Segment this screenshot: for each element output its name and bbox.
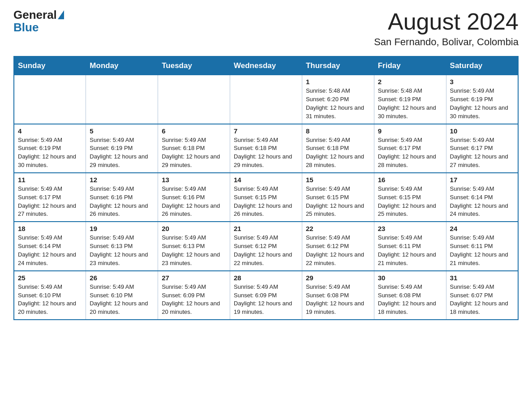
calendar-cell — [14, 75, 86, 124]
calendar-header-row: SundayMondayTuesdayWednesdayThursdayFrid… — [14, 56, 518, 75]
calendar-cell: 14Sunrise: 5:49 AMSunset: 6:15 PMDayligh… — [230, 173, 302, 222]
col-header-wednesday: Wednesday — [230, 56, 302, 75]
logo-general-text: General — [13, 9, 57, 21]
day-info: Sunrise: 5:49 AMSunset: 6:07 PMDaylight:… — [450, 283, 514, 317]
calendar-cell: 22Sunrise: 5:49 AMSunset: 6:12 PMDayligh… — [302, 222, 374, 270]
day-info: Sunrise: 5:49 AMSunset: 6:13 PMDaylight:… — [162, 234, 226, 267]
day-number: 28 — [234, 274, 298, 282]
calendar-cell: 18Sunrise: 5:49 AMSunset: 6:14 PMDayligh… — [14, 222, 86, 270]
calendar-cell: 30Sunrise: 5:49 AMSunset: 6:08 PMDayligh… — [374, 271, 446, 320]
calendar-cell: 4Sunrise: 5:49 AMSunset: 6:19 PMDaylight… — [14, 124, 86, 173]
calendar-cell: 24Sunrise: 5:49 AMSunset: 6:11 PMDayligh… — [446, 222, 518, 270]
day-info: Sunrise: 5:49 AMSunset: 6:11 PMDaylight:… — [450, 234, 514, 267]
day-number: 1 — [306, 78, 370, 86]
day-number: 7 — [234, 127, 298, 135]
location-title: San Fernando, Bolivar, Colombia — [374, 36, 519, 48]
day-info: Sunrise: 5:49 AMSunset: 6:15 PMDaylight:… — [234, 185, 298, 218]
day-info: Sunrise: 5:49 AMSunset: 6:17 PMDaylight:… — [18, 185, 82, 218]
calendar-cell: 8Sunrise: 5:49 AMSunset: 6:18 PMDaylight… — [302, 124, 374, 173]
day-info: Sunrise: 5:49 AMSunset: 6:12 PMDaylight:… — [306, 234, 370, 267]
day-number: 25 — [18, 274, 82, 282]
day-info: Sunrise: 5:49 AMSunset: 6:12 PMDaylight:… — [234, 234, 298, 267]
calendar-cell: 31Sunrise: 5:49 AMSunset: 6:07 PMDayligh… — [446, 271, 518, 320]
day-info: Sunrise: 5:49 AMSunset: 6:18 PMDaylight:… — [234, 136, 298, 170]
calendar-cell: 11Sunrise: 5:49 AMSunset: 6:17 PMDayligh… — [14, 173, 86, 222]
day-number: 22 — [306, 225, 370, 232]
day-number: 24 — [450, 225, 514, 232]
day-number: 13 — [162, 176, 226, 184]
day-info: Sunrise: 5:49 AMSunset: 6:14 PMDaylight:… — [450, 185, 514, 218]
day-info: Sunrise: 5:49 AMSunset: 6:15 PMDaylight:… — [306, 185, 370, 218]
day-info: Sunrise: 5:49 AMSunset: 6:16 PMDaylight:… — [90, 185, 154, 218]
day-info: Sunrise: 5:49 AMSunset: 6:15 PMDaylight:… — [378, 185, 442, 218]
day-info: Sunrise: 5:49 AMSunset: 6:11 PMDaylight:… — [378, 234, 442, 267]
col-header-tuesday: Tuesday — [158, 56, 230, 75]
day-number: 23 — [378, 225, 442, 232]
calendar-cell: 3Sunrise: 5:49 AMSunset: 6:19 PMDaylight… — [446, 75, 518, 124]
day-info: Sunrise: 5:49 AMSunset: 6:19 PMDaylight:… — [90, 136, 154, 170]
calendar-cell: 15Sunrise: 5:49 AMSunset: 6:15 PMDayligh… — [302, 173, 374, 222]
day-number: 16 — [378, 176, 442, 184]
day-number: 14 — [234, 176, 298, 184]
day-number: 21 — [234, 225, 298, 232]
calendar-cell: 2Sunrise: 5:48 AMSunset: 6:19 PMDaylight… — [374, 75, 446, 124]
calendar-cell: 27Sunrise: 5:49 AMSunset: 6:09 PMDayligh… — [158, 271, 230, 320]
day-info: Sunrise: 5:48 AMSunset: 6:19 PMDaylight:… — [378, 87, 442, 120]
calendar-cell: 16Sunrise: 5:49 AMSunset: 6:15 PMDayligh… — [374, 173, 446, 222]
calendar-cell: 9Sunrise: 5:49 AMSunset: 6:17 PMDaylight… — [374, 124, 446, 173]
calendar-week-row: 25Sunrise: 5:49 AMSunset: 6:10 PMDayligh… — [14, 271, 518, 320]
calendar-cell: 20Sunrise: 5:49 AMSunset: 6:13 PMDayligh… — [158, 222, 230, 270]
col-header-sunday: Sunday — [14, 56, 86, 75]
day-number: 3 — [450, 78, 514, 86]
col-header-monday: Monday — [86, 56, 158, 75]
day-info: Sunrise: 5:49 AMSunset: 6:09 PMDaylight:… — [234, 283, 298, 317]
calendar-cell — [230, 75, 302, 124]
calendar-cell: 13Sunrise: 5:49 AMSunset: 6:16 PMDayligh… — [158, 173, 230, 222]
day-info: Sunrise: 5:49 AMSunset: 6:09 PMDaylight:… — [162, 283, 226, 317]
calendar-cell — [158, 75, 230, 124]
day-number: 26 — [90, 274, 154, 282]
col-header-thursday: Thursday — [302, 56, 374, 75]
logo-triangle-icon — [58, 10, 64, 19]
page-header: General Blue August 2024 San Fernando, B… — [13, 9, 519, 48]
calendar-cell: 19Sunrise: 5:49 AMSunset: 6:13 PMDayligh… — [86, 222, 158, 270]
day-info: Sunrise: 5:49 AMSunset: 6:18 PMDaylight:… — [306, 136, 370, 170]
day-number: 11 — [18, 176, 82, 184]
day-number: 4 — [18, 127, 82, 135]
calendar-cell — [86, 75, 158, 124]
day-number: 9 — [378, 127, 442, 135]
calendar-cell: 23Sunrise: 5:49 AMSunset: 6:11 PMDayligh… — [374, 222, 446, 270]
calendar-cell: 17Sunrise: 5:49 AMSunset: 6:14 PMDayligh… — [446, 173, 518, 222]
calendar-cell: 21Sunrise: 5:49 AMSunset: 6:12 PMDayligh… — [230, 222, 302, 270]
col-header-saturday: Saturday — [446, 56, 518, 75]
calendar-cell: 10Sunrise: 5:49 AMSunset: 6:17 PMDayligh… — [446, 124, 518, 173]
day-info: Sunrise: 5:49 AMSunset: 6:08 PMDaylight:… — [378, 283, 442, 317]
day-number: 31 — [450, 274, 514, 282]
calendar-week-row: 18Sunrise: 5:49 AMSunset: 6:14 PMDayligh… — [14, 222, 518, 270]
day-info: Sunrise: 5:49 AMSunset: 6:10 PMDaylight:… — [18, 283, 82, 317]
title-section: August 2024 San Fernando, Bolivar, Colom… — [374, 9, 519, 48]
logo-blue-text: Blue — [13, 21, 39, 34]
day-number: 8 — [306, 127, 370, 135]
day-info: Sunrise: 5:49 AMSunset: 6:19 PMDaylight:… — [18, 136, 82, 170]
day-info: Sunrise: 5:49 AMSunset: 6:08 PMDaylight:… — [306, 283, 370, 317]
calendar-cell: 28Sunrise: 5:49 AMSunset: 6:09 PMDayligh… — [230, 271, 302, 320]
day-number: 12 — [90, 176, 154, 184]
day-info: Sunrise: 5:49 AMSunset: 6:10 PMDaylight:… — [90, 283, 154, 317]
month-title: August 2024 — [374, 9, 519, 34]
calendar-cell: 5Sunrise: 5:49 AMSunset: 6:19 PMDaylight… — [86, 124, 158, 173]
day-number: 6 — [162, 127, 226, 135]
day-info: Sunrise: 5:49 AMSunset: 6:14 PMDaylight:… — [18, 234, 82, 267]
day-number: 15 — [306, 176, 370, 184]
calendar-cell: 7Sunrise: 5:49 AMSunset: 6:18 PMDaylight… — [230, 124, 302, 173]
calendar-cell: 6Sunrise: 5:49 AMSunset: 6:18 PMDaylight… — [158, 124, 230, 173]
day-info: Sunrise: 5:49 AMSunset: 6:16 PMDaylight:… — [162, 185, 226, 218]
calendar-cell: 25Sunrise: 5:49 AMSunset: 6:10 PMDayligh… — [14, 271, 86, 320]
day-number: 10 — [450, 127, 514, 135]
day-info: Sunrise: 5:49 AMSunset: 6:13 PMDaylight:… — [90, 234, 154, 267]
day-number: 27 — [162, 274, 226, 282]
calendar-table: SundayMondayTuesdayWednesdayThursdayFrid… — [13, 56, 519, 320]
day-number: 30 — [378, 274, 442, 282]
day-info: Sunrise: 5:49 AMSunset: 6:19 PMDaylight:… — [450, 87, 514, 120]
calendar-cell: 29Sunrise: 5:49 AMSunset: 6:08 PMDayligh… — [302, 271, 374, 320]
